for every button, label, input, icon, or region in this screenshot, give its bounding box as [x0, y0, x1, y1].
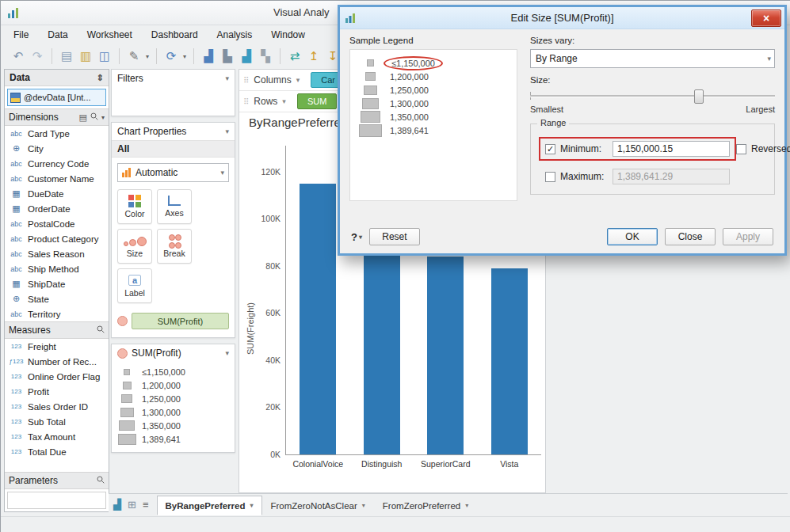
number-datatype-icon: 123: [8, 388, 25, 395]
chevron-down-icon[interactable]: ▾: [225, 127, 229, 135]
size-slider[interactable]: [530, 89, 775, 103]
measure-item[interactable]: 123Online Order Flag: [5, 369, 109, 384]
label-button[interactable]: aLabel: [117, 268, 152, 303]
mark-type-dropdown[interactable]: Automatic ▾: [117, 163, 229, 182]
filters-shelf[interactable]: [112, 87, 235, 116]
format-dropdown-caret-icon[interactable]: ▾: [143, 47, 151, 66]
size-button[interactable]: Size: [117, 229, 152, 264]
bar-mark[interactable]: [491, 268, 528, 454]
sheet-tab[interactable]: FromZeroNotAsClear▾: [262, 496, 374, 515]
measure-item[interactable]: ƒ123Number of Rec...: [5, 354, 109, 369]
new-worksheet-icon[interactable]: ▟: [113, 499, 121, 511]
dimension-item[interactable]: ▦OrderDate: [5, 201, 109, 216]
view-as-table-icon[interactable]: ▤: [79, 112, 87, 123]
menu-window[interactable]: Window: [271, 29, 305, 40]
bar-chart-view-icon[interactable]: ▟: [199, 47, 218, 66]
sheet-tab[interactable]: FromZeroPreferred▾: [374, 496, 477, 515]
size-legend-row: 1,300,000: [112, 405, 235, 419]
maximum-input[interactable]: 1,389,641.29: [613, 169, 730, 184]
redo-icon[interactable]: ↷: [28, 47, 47, 66]
dimension-item[interactable]: abcCurrency Code: [5, 156, 109, 171]
field-label: Sub Total: [28, 417, 66, 427]
size-swatch-icon: [123, 382, 132, 390]
dimension-item[interactable]: ▦ShipDate: [5, 276, 109, 291]
measure-item[interactable]: 123Profit: [5, 384, 109, 399]
sheet-sorter-icon[interactable]: ≡: [143, 499, 149, 511]
dimension-item[interactable]: ⊕City: [5, 141, 109, 156]
dimension-item[interactable]: abcCustomer Name: [5, 171, 109, 186]
reversed-checkbox[interactable]: [736, 144, 746, 154]
ok-button[interactable]: OK: [607, 228, 658, 245]
stacked-chart-view-icon[interactable]: ▙: [218, 47, 237, 66]
chevron-down-icon[interactable]: ▾: [225, 349, 229, 357]
dimension-item[interactable]: ⊕State: [5, 291, 109, 306]
measure-item[interactable]: 123Freight: [5, 339, 109, 354]
menu-analysis[interactable]: Analysis: [217, 29, 253, 40]
save-icon[interactable]: ◫: [95, 47, 114, 66]
chevron-down-icon[interactable]: ▾: [101, 114, 105, 121]
measures-list: 123Freightƒ123Number of Rec...123Online …: [5, 339, 109, 459]
collapse-expand-icon[interactable]: ⇕: [97, 73, 104, 83]
size-encoding-pill[interactable]: SUM(Profit): [132, 313, 229, 329]
apply-button[interactable]: Apply: [723, 228, 773, 245]
sheet-title: ByRangePreferred: [249, 116, 347, 129]
close-icon[interactable]: ×: [751, 10, 781, 27]
search-icon[interactable]: [97, 325, 105, 336]
measure-item[interactable]: 123Tax Amount: [5, 429, 109, 444]
menu-file[interactable]: File: [13, 29, 29, 40]
new-dashboard-icon[interactable]: ⊞: [128, 499, 136, 511]
bar-mark[interactable]: [364, 254, 400, 454]
undo-icon[interactable]: ↶: [9, 47, 28, 66]
dimension-item[interactable]: abcShip Method: [5, 261, 109, 276]
search-icon[interactable]: [90, 112, 98, 123]
table-view-icon[interactable]: ▚: [256, 47, 275, 66]
dimension-item[interactable]: ▦DueDate: [5, 186, 109, 201]
sheet-tab-label: ByRangePreferred: [166, 501, 246, 511]
sheet-tabs: ByRangePreferred▾FromZeroNotAsClear▾From…: [157, 496, 478, 515]
bar-mark[interactable]: [300, 184, 336, 454]
swap-axes-icon[interactable]: ⇄: [285, 47, 304, 66]
dimension-item[interactable]: abcProduct Category: [5, 231, 109, 246]
datasource-item[interactable]: @devData [Unt...: [7, 89, 106, 106]
axes-button[interactable]: Axes: [157, 189, 192, 224]
menu-dashboard[interactable]: Dashboard: [151, 29, 198, 40]
refresh-dropdown-caret-icon[interactable]: ▾: [181, 47, 189, 66]
number-datatype-icon: 123: [8, 433, 25, 440]
help-button[interactable]: ? ▾: [351, 231, 362, 243]
break-button[interactable]: Break: [157, 229, 192, 264]
toolbar-separator: [156, 48, 157, 64]
new-workbook-icon[interactable]: ▤: [57, 47, 76, 66]
dimension-item[interactable]: abcCard Type: [5, 126, 109, 141]
sort-ascending-icon[interactable]: ↥: [304, 47, 323, 66]
size-legend-row: 1,350,000: [112, 419, 235, 432]
minimum-checkbox[interactable]: ✓: [545, 144, 555, 154]
measure-item[interactable]: 123Sales Order ID: [5, 399, 109, 414]
dimension-item[interactable]: abcPostalCode: [5, 216, 109, 231]
search-icon[interactable]: [97, 475, 105, 486]
sheet-tab[interactable]: ByRangePreferred▾: [157, 496, 262, 515]
dimension-item[interactable]: abcTerritory: [5, 306, 109, 321]
close-button[interactable]: Close: [665, 228, 716, 245]
sizes-vary-dropdown[interactable]: By Range ▾: [530, 49, 775, 68]
reset-button[interactable]: Reset: [369, 228, 420, 245]
bar-mark[interactable]: [427, 256, 464, 454]
measure-item[interactable]: 123Total Due: [5, 444, 109, 459]
maximum-checkbox[interactable]: [545, 172, 555, 182]
size-slider-handle[interactable]: [694, 89, 704, 104]
dual-chart-view-icon[interactable]: ▟: [237, 47, 256, 66]
open-icon[interactable]: ▥: [76, 47, 95, 66]
rows-pill[interactable]: SUM: [297, 93, 337, 109]
measure-item[interactable]: 123Sub Total: [5, 414, 109, 429]
color-button[interactable]: Color: [117, 189, 152, 224]
window-title: Visual Analy: [273, 6, 330, 18]
menu-data[interactable]: Data: [48, 29, 67, 40]
dimension-item[interactable]: abcSales Reason: [5, 246, 109, 261]
minimum-input[interactable]: 1,150,000.15: [613, 141, 730, 157]
menu-worksheet[interactable]: Worksheet: [87, 29, 132, 40]
chevron-down-icon[interactable]: ▾: [225, 74, 229, 82]
refresh-icon[interactable]: ⟳: [162, 47, 181, 66]
format-wand-icon[interactable]: ✎: [124, 47, 143, 66]
size-legend-row: 1,250,000: [350, 83, 517, 97]
dialog-title-bar[interactable]: Edit Size [SUM(Profit)] ×: [340, 7, 784, 29]
field-label: Tax Amount: [28, 432, 75, 442]
